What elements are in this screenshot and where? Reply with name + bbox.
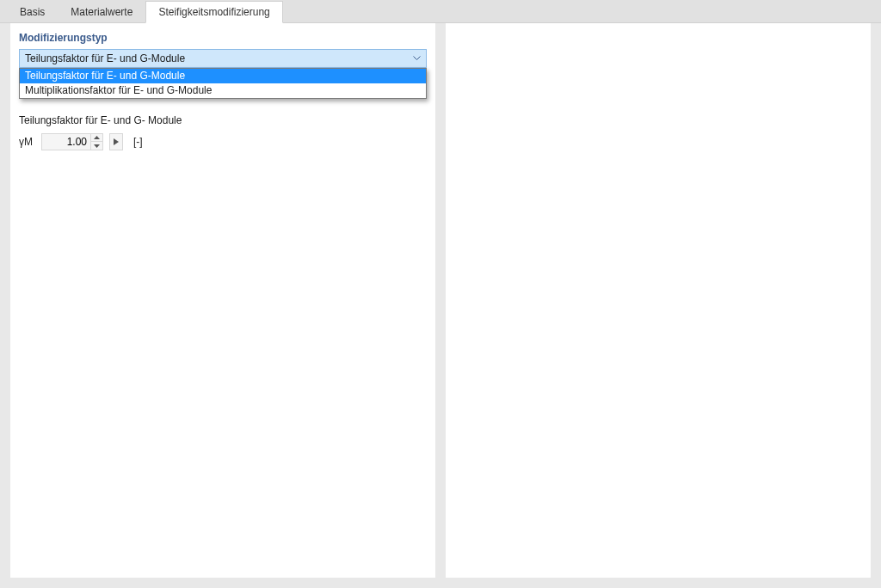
factor-input[interactable] <box>42 134 90 150</box>
section-title: Modifizierungstyp <box>19 32 427 44</box>
factor-spinner <box>41 133 103 150</box>
factor-input-row: γM [-] <box>19 133 427 150</box>
combo-option-division[interactable]: Teilungsfaktor für E- und G-Module <box>20 69 426 83</box>
chevron-down-icon <box>412 54 421 63</box>
tab-bar: Basis Materialwerte Steifigkeitsmodifizi… <box>0 0 881 23</box>
step-next-button[interactable] <box>109 133 123 150</box>
right-panel <box>446 23 871 578</box>
tab-materialwerte[interactable]: Materialwerte <box>58 1 145 22</box>
spinner-down-button[interactable] <box>91 142 102 150</box>
combo-display[interactable]: Teilungsfaktor für E- und G-Module <box>19 49 427 68</box>
left-panel: Modifizierungstyp Teilungsfaktor für E- … <box>10 23 435 578</box>
spinner-up-button[interactable] <box>91 134 102 142</box>
spinner-buttons <box>90 134 102 150</box>
content-area: Modifizierungstyp Teilungsfaktor für E- … <box>0 23 881 588</box>
factor-field-label: Teilungsfaktor für E- und G- Module <box>19 114 427 126</box>
modification-type-combo[interactable]: Teilungsfaktor für E- und G-Module Teilu… <box>19 49 427 68</box>
tab-steifigkeitsmodifizierung[interactable]: Steifigkeitsmodifizierung <box>145 1 282 23</box>
factor-unit: [-] <box>133 136 143 148</box>
combo-dropdown-list: Teilungsfaktor für E- und G-Module Multi… <box>19 68 427 99</box>
combo-option-multiplication[interactable]: Multiplikationsfaktor für E- und G-Modul… <box>20 83 426 98</box>
factor-symbol: γM <box>19 136 34 148</box>
combo-selected-text: Teilungsfaktor für E- und G-Module <box>25 52 185 64</box>
tab-basis[interactable]: Basis <box>7 1 58 22</box>
